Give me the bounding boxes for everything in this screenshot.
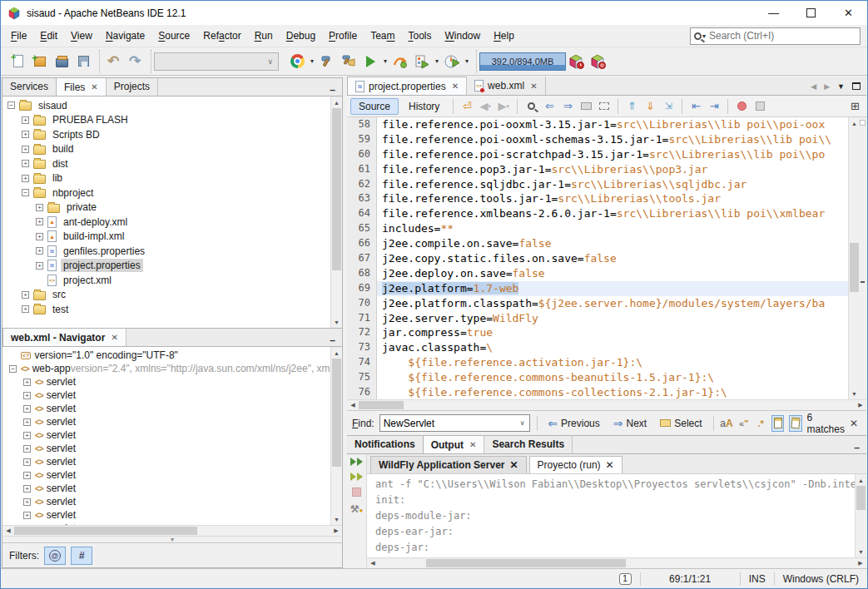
scroll-left-icon[interactable]: ◀	[367, 560, 379, 567]
close-icon[interactable]: ✕	[606, 459, 614, 471]
line-number[interactable]: 63	[347, 191, 370, 206]
line-number[interactable]: 66	[347, 236, 370, 251]
scroll-left-icon[interactable]: ◀	[2, 527, 14, 534]
tab-output[interactable]: Output✕	[423, 435, 485, 453]
server-stop-cube-button[interactable]	[588, 51, 609, 72]
clean-build-project-button[interactable]	[338, 51, 360, 72]
close-icon[interactable]: ✕	[111, 333, 117, 342]
profile-dropdown-icon[interactable]: ▾	[433, 57, 441, 65]
menu-window[interactable]: Window	[439, 27, 488, 45]
code-line[interactable]: j2ee.compile.on.save=false	[377, 236, 848, 251]
tree-item[interactable]: +genfiles.properties	[2, 244, 330, 259]
code-line[interactable]: j2ee.copy.static.files.on.save=false	[377, 251, 848, 266]
menu-profile[interactable]: Profile	[322, 27, 364, 45]
whole-words-toggle[interactable]: «”	[738, 415, 750, 432]
tab-projects[interactable]: Projects	[107, 77, 158, 96]
insert-mode-status[interactable]: INS	[740, 572, 774, 586]
line-number[interactable]: 72	[347, 325, 370, 340]
save-all-button[interactable]	[72, 51, 94, 72]
expand-icon[interactable]: +	[22, 116, 29, 124]
expand-icon[interactable]: +	[36, 204, 43, 211]
code-line[interactable]: j2ee.server.type=WildFly	[377, 311, 848, 326]
next-bookmark-button[interactable]: ⇓	[642, 98, 658, 115]
tree-item[interactable]: −nbproject	[2, 186, 330, 200]
expand-icon[interactable]: +	[23, 485, 31, 492]
nav-item[interactable]: +<>servlet	[2, 375, 330, 389]
project-configuration-combobox[interactable]: ∨	[154, 52, 279, 71]
tree-item[interactable]: +ant-deploy.xml	[2, 215, 330, 230]
regexp-toggle[interactable]: .*	[755, 415, 766, 432]
code-line[interactable]: j2ee.platform.classpath=${j2ee.server.ho…	[377, 296, 848, 311]
expand-icon[interactable]: +	[22, 305, 29, 313]
line-number[interactable]: 65	[347, 221, 370, 236]
run-project-button[interactable]	[360, 51, 381, 72]
expand-icon[interactable]: +	[36, 218, 43, 225]
maximize-window-button[interactable]	[792, 1, 830, 25]
find-next-occurrence-button[interactable]: ⇒	[559, 98, 576, 115]
filter-attributes-toggle[interactable]: @	[44, 547, 66, 565]
expand-icon[interactable]: +	[23, 512, 31, 519]
rectangular-selection-button[interactable]	[596, 98, 613, 115]
navigator-vscrollbar[interactable]: ▲ ▼	[330, 347, 342, 525]
close-icon[interactable]: ✕	[452, 82, 459, 91]
line-number[interactable]: 60	[347, 147, 370, 162]
menu-help[interactable]: Help	[487, 27, 521, 45]
nav-item[interactable]: +<>servlet	[2, 455, 330, 468]
redo-button[interactable]: ↷	[124, 51, 146, 72]
collapse-icon[interactable]: −	[9, 365, 17, 373]
output-vscrollbar[interactable]: ▲ ▼	[855, 474, 866, 557]
code-line[interactable]: j2ee.platform=1.7-web	[377, 281, 848, 296]
expand-icon[interactable]: +	[22, 131, 29, 138]
code-line[interactable]: ${file.reference.commons-beanutils-1.5.j…	[377, 370, 848, 385]
close-window-button[interactable]: ✕	[830, 1, 867, 25]
collapse-icon[interactable]: −	[22, 189, 29, 196]
scroll-right-icon[interactable]: ▶	[855, 560, 866, 567]
chevron-down-icon[interactable]: ∨	[516, 419, 529, 427]
tab-wildfly-server[interactable]: WildFly Application Server✕	[370, 456, 527, 473]
history-view-button[interactable]: History	[400, 98, 448, 115]
finish-macro-recording-button[interactable]	[751, 98, 768, 115]
minimize-panel-button[interactable]: –	[323, 84, 342, 96]
code-line[interactable]: ${file.reference.activation.jar-1}:\	[377, 355, 848, 370]
code-line[interactable]: file.reference.poi-ooxml-schemas-3.15.ja…	[377, 132, 848, 147]
find-combobox[interactable]: ∨	[379, 414, 530, 432]
find-select-button[interactable]: Select	[656, 416, 706, 431]
line-number[interactable]: 67	[347, 251, 370, 266]
new-project-button[interactable]: +	[29, 51, 51, 72]
close-find-bar-icon[interactable]: ✕	[850, 418, 861, 429]
highlight-results-toggle[interactable]	[771, 415, 784, 432]
ant-settings-icon[interactable]: ⚒●	[350, 503, 364, 515]
tree-item[interactable]: +lib	[2, 171, 330, 186]
tab-proyecto-run[interactable]: Proyecto (run)✕	[529, 456, 622, 473]
code-line[interactable]: file.reference.xmlbeans-2.6.0.jar-1=src\…	[377, 206, 848, 221]
scroll-up-icon[interactable]: ▲	[856, 474, 866, 486]
line-ending-status[interactable]: Windows (CRLF)	[774, 572, 867, 586]
minimize-window-button[interactable]: —	[755, 1, 792, 25]
collapse-icon[interactable]: −	[7, 101, 15, 109]
scroll-tabs-left-icon[interactable]: ◀	[811, 82, 816, 91]
tree-item[interactable]: −sisaud	[2, 98, 330, 113]
line-number[interactable]: 62	[347, 177, 370, 192]
output-hscrollbar[interactable]: ◀ ▶	[367, 557, 866, 568]
tree-item[interactable]: +Scripts BD	[2, 127, 330, 142]
back-button[interactable]: ◀▾	[477, 98, 494, 115]
tree-item[interactable]: +build	[2, 142, 330, 157]
line-number[interactable]: 71	[347, 311, 370, 326]
expand-icon[interactable]: +	[23, 418, 31, 426]
menu-tools[interactable]: Tools	[401, 27, 438, 45]
shift-line-right-button[interactable]: ⇥	[706, 98, 722, 115]
find-input[interactable]	[380, 418, 516, 429]
tab-web-xml[interactable]: web.xml ✕	[467, 77, 545, 95]
line-number[interactable]: 68	[347, 266, 370, 281]
code-line[interactable]: file.reference.tools.jar-1=src\\Libreria…	[377, 191, 848, 206]
stop-build-icon[interactable]	[352, 488, 361, 497]
error-stripe[interactable]	[860, 117, 866, 399]
code-line[interactable]: ${file.reference.commons-collections-2.1…	[377, 385, 848, 399]
editor-body[interactable]: 58596061626364656667686970717273747576 f…	[347, 117, 866, 399]
scroll-up-icon[interactable]: ▲	[331, 97, 342, 108]
expand-icon[interactable]: +	[22, 146, 29, 153]
start-macro-recording-button[interactable]	[733, 98, 750, 115]
line-number[interactable]: 59	[347, 132, 370, 147]
close-icon[interactable]: ✕	[530, 82, 537, 91]
quick-search-box[interactable]: ▾	[690, 27, 861, 45]
